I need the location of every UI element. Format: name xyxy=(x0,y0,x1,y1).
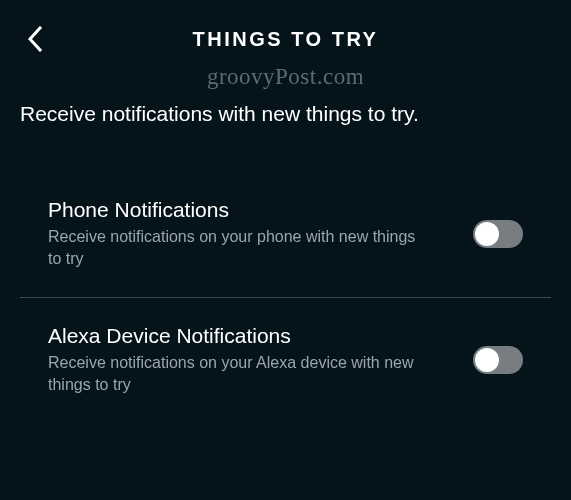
chevron-left-icon xyxy=(27,26,43,52)
toggle-knob xyxy=(475,348,499,372)
setting-text: Alexa Device Notifications Receive notif… xyxy=(48,324,473,397)
page-title: THINGS TO TRY xyxy=(193,28,379,51)
divider xyxy=(20,297,551,298)
setting-row-alexa-notifications: Alexa Device Notifications Receive notif… xyxy=(20,302,551,419)
header: THINGS TO TRY xyxy=(0,0,571,62)
toggle-alexa-notifications[interactable] xyxy=(473,346,523,374)
setting-text: Phone Notifications Receive notification… xyxy=(48,198,473,271)
back-button[interactable] xyxy=(20,24,50,54)
setting-title: Phone Notifications xyxy=(48,198,453,222)
toggle-knob xyxy=(475,222,499,246)
setting-title: Alexa Device Notifications xyxy=(48,324,453,348)
watermark-text: groovyPost.com xyxy=(0,64,571,90)
settings-list: Phone Notifications Receive notification… xyxy=(0,176,571,419)
setting-description: Receive notifications on your Alexa devi… xyxy=(48,352,418,397)
setting-description: Receive notifications on your phone with… xyxy=(48,226,418,271)
toggle-phone-notifications[interactable] xyxy=(473,220,523,248)
page-subheading: Receive notifications with new things to… xyxy=(0,90,571,126)
setting-row-phone-notifications: Phone Notifications Receive notification… xyxy=(20,176,551,293)
